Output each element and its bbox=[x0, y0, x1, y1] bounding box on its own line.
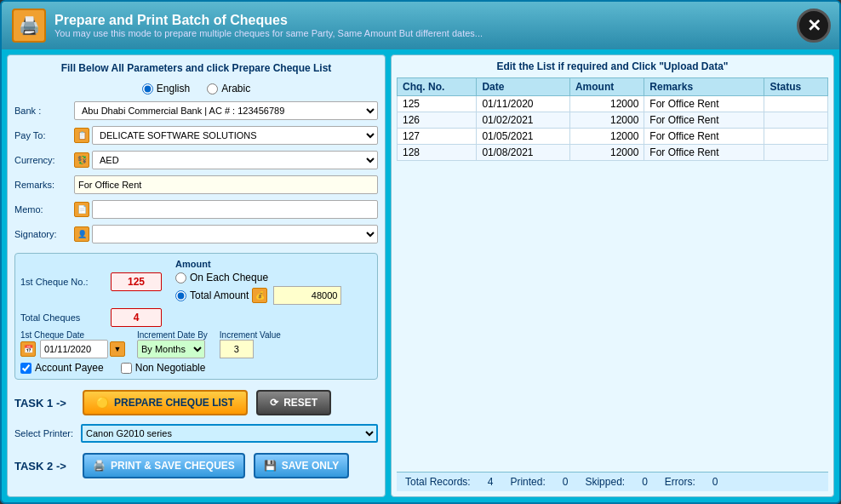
reset-icon: ⟳ bbox=[270, 397, 278, 409]
col-remarks: Remarks bbox=[644, 78, 764, 96]
payto-select[interactable]: DELICATE SOFTWARE SOLUTIONS bbox=[92, 126, 378, 145]
on-each-cheque-text: On Each Cheque bbox=[190, 272, 268, 284]
title-bar: 🖨️ Prepare and Print Batch of Cheques Yo… bbox=[2, 2, 839, 49]
arabic-radio-label[interactable]: Arabic bbox=[207, 83, 250, 94]
cell-status bbox=[764, 145, 828, 161]
col-chq-no: Chq. No. bbox=[398, 78, 477, 96]
increment-value-input[interactable] bbox=[220, 340, 254, 358]
currency-icon[interactable]: 💱 bbox=[74, 152, 89, 168]
printer-label: Select Printer: bbox=[14, 428, 74, 438]
amount-section: Amount On Each Cheque Total Amount 💰 bbox=[175, 259, 341, 305]
first-cheque-label: 1st Cheque No.: bbox=[20, 277, 106, 287]
cell-amount: 12000 bbox=[569, 112, 644, 129]
remarks-row: Remarks: bbox=[14, 175, 378, 194]
total-cheques-input[interactable] bbox=[111, 308, 162, 327]
cell-date: 01/08/2021 bbox=[477, 145, 570, 161]
total-cheques-row: Total Cheques bbox=[20, 308, 372, 327]
main-window: 🖨️ Prepare and Print Batch of Cheques Yo… bbox=[0, 0, 841, 504]
app-icon: 🖨️ bbox=[12, 9, 46, 43]
first-date-input[interactable] bbox=[40, 340, 108, 358]
right-panel-title: Edit the List if required and Click "Upl… bbox=[397, 60, 828, 72]
currency-select[interactable]: AED bbox=[92, 151, 378, 169]
bank-row: Bank : Abu Dhabi Commercial Bank | AC # … bbox=[14, 101, 378, 120]
on-each-cheque-label[interactable]: On Each Cheque bbox=[175, 272, 341, 284]
amount-title: Amount bbox=[175, 259, 341, 269]
printer-select[interactable]: Canon G2010 series bbox=[81, 424, 378, 443]
amount-icon[interactable]: 💰 bbox=[252, 288, 267, 303]
printer-row: Select Printer: Canon G2010 series bbox=[14, 424, 378, 443]
first-date-label: 1st Cheque Date bbox=[20, 330, 125, 340]
cell-chq-no: 125 bbox=[398, 96, 477, 112]
cheque-table: Chq. No. Date Amount Remarks Status 125 … bbox=[397, 77, 828, 161]
total-amount-text: Total Amount bbox=[190, 289, 249, 301]
title-area: Prepare and Print Batch of Cheques You m… bbox=[54, 13, 483, 38]
errors-value: 0 bbox=[712, 476, 718, 488]
non-negotiable-label[interactable]: Non Negotiable bbox=[121, 362, 206, 374]
print-save-label: PRINT & SAVE CHEQUES bbox=[111, 460, 235, 472]
cell-chq-no: 126 bbox=[398, 112, 477, 129]
signatory-row: Signatory: 👤 bbox=[14, 225, 378, 243]
currency-row: Currency: 💱 AED bbox=[14, 151, 378, 169]
col-amount: Amount bbox=[569, 78, 644, 96]
cell-chq-no: 127 bbox=[398, 129, 477, 145]
col-status: Status bbox=[764, 78, 828, 96]
table-row: 126 01/02/2021 12000 For Office Rent bbox=[398, 112, 828, 129]
cheque-number-row: 1st Cheque No.: Amount On Each Cheque To… bbox=[20, 259, 372, 305]
col-date: Date bbox=[477, 78, 570, 96]
printed-label: Printed: bbox=[510, 476, 545, 488]
bank-select[interactable]: Abu Dhabi Commercial Bank | AC # : 12345… bbox=[74, 101, 378, 120]
cell-amount: 12000 bbox=[569, 129, 644, 145]
calendar-button[interactable]: ▼ bbox=[110, 341, 125, 357]
prepare-icon: 🟡 bbox=[96, 397, 109, 409]
total-amount-label[interactable]: Total Amount bbox=[175, 289, 249, 301]
reset-button[interactable]: ⟳ RESET bbox=[256, 390, 331, 415]
first-date-section: 1st Cheque Date 📅 ▼ bbox=[20, 330, 125, 358]
cell-date: 01/05/2021 bbox=[477, 129, 570, 145]
memo-input[interactable] bbox=[92, 200, 378, 219]
arabic-radio[interactable] bbox=[207, 83, 218, 94]
english-radio[interactable] bbox=[142, 83, 153, 94]
signatory-select[interactable] bbox=[92, 225, 378, 243]
signatory-icon[interactable]: 👤 bbox=[74, 226, 89, 242]
payto-row: Pay To: 📋 DELICATE SOFTWARE SOLUTIONS bbox=[14, 126, 378, 145]
increment-by-select[interactable]: By Months By Days By Years bbox=[137, 340, 205, 358]
payto-label: Pay To: bbox=[14, 130, 74, 140]
total-amount-radio[interactable] bbox=[175, 290, 186, 301]
first-cheque-input[interactable] bbox=[111, 272, 162, 291]
prepare-button[interactable]: 🟡 PREPARE CHEQUE LIST bbox=[83, 390, 248, 415]
increment-value-section: Increment Value bbox=[220, 330, 281, 358]
table-row: 127 01/05/2021 12000 For Office Rent bbox=[398, 129, 828, 145]
account-payee-label[interactable]: Account Payee bbox=[20, 362, 104, 374]
save-only-label: SAVE ONLY bbox=[282, 460, 339, 472]
left-panel: Fill Below All Parameters and click Prep… bbox=[7, 54, 386, 497]
account-payee-checkbox[interactable] bbox=[20, 363, 31, 374]
table-row: 128 01/08/2021 12000 For Office Rent bbox=[398, 145, 828, 161]
total-records-value: 4 bbox=[488, 476, 494, 488]
cell-date: 01/11/2020 bbox=[477, 96, 570, 112]
cell-amount: 12000 bbox=[569, 96, 644, 112]
window-subtitle: You may use this mode to prepare multipl… bbox=[54, 28, 483, 38]
non-negotiable-checkbox[interactable] bbox=[121, 363, 132, 374]
window-title: Prepare and Print Batch of Cheques bbox=[54, 13, 483, 28]
prepare-label: PREPARE CHEQUE LIST bbox=[114, 397, 234, 409]
date-icon[interactable]: 📅 bbox=[20, 341, 36, 357]
print-save-button[interactable]: 🖨️ PRINT & SAVE CHEQUES bbox=[83, 453, 245, 478]
on-each-cheque-radio[interactable] bbox=[175, 272, 186, 284]
close-button[interactable]: ✕ bbox=[797, 9, 831, 43]
left-panel-title: Fill Below All Parameters and click Prep… bbox=[14, 62, 378, 74]
memo-icon[interactable]: 📄 bbox=[74, 202, 89, 217]
reset-label: RESET bbox=[283, 397, 318, 409]
amount-input[interactable] bbox=[273, 286, 341, 305]
main-content: Fill Below All Parameters and click Prep… bbox=[2, 49, 839, 502]
skipped-label: Skipped: bbox=[585, 476, 625, 488]
remarks-input[interactable] bbox=[74, 175, 378, 194]
english-radio-label[interactable]: English bbox=[142, 83, 190, 94]
cell-remarks: For Office Rent bbox=[644, 96, 764, 112]
payto-icon[interactable]: 📋 bbox=[74, 128, 89, 143]
cell-status bbox=[764, 96, 828, 112]
task2-label: TASK 2 -> bbox=[14, 460, 74, 472]
total-records-label: Total Records: bbox=[405, 476, 471, 488]
bank-label: Bank : bbox=[14, 106, 74, 116]
save-only-button[interactable]: 💾 SAVE ONLY bbox=[254, 453, 349, 478]
status-bar: Total Records: 4 Printed: 0 Skipped: 0 E… bbox=[397, 472, 828, 491]
